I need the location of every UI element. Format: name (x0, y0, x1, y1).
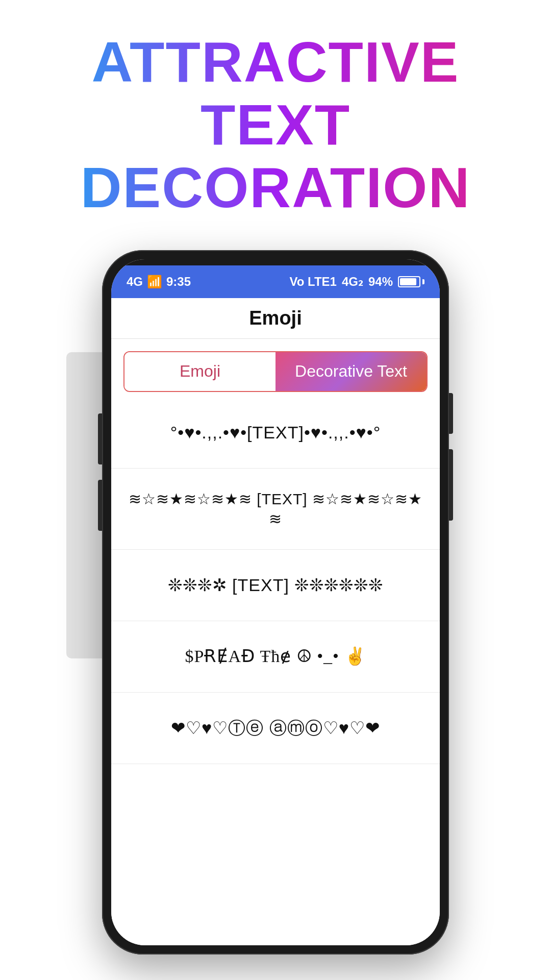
title-line2: DECORATION (81, 156, 471, 219)
title-line1: ATTRACTIVE TEXT (92, 30, 460, 157)
status-left: 4G 📶 9:35 (127, 275, 191, 289)
status-right: Vo LTE1 4G₂ 94% (289, 275, 424, 289)
list-item[interactable]: ≋☆≋★≋☆≋★≋ [TEXT] ≋☆≋★≋☆≋★≋ (111, 469, 440, 550)
battery-percentage: 94% (368, 275, 393, 289)
tab-emoji[interactable]: Emoji (124, 352, 276, 391)
decorative-text-5: ❤♡♥♡Ⓣⓔ ⓐⓜⓞ♡♥♡❤ (171, 717, 380, 739)
list-item[interactable]: ❤♡♥♡Ⓣⓔ ⓐⓜⓞ♡♥♡❤ (111, 693, 440, 764)
list-item[interactable]: ❊❊❊✲ [TEXT] ❊❊❊❊❊❊ (111, 550, 440, 621)
signal-bars-1: 📶 (147, 275, 162, 289)
power-button[interactable] (449, 393, 453, 434)
tab-decorative-text[interactable]: Decorative Text (276, 352, 427, 391)
phone-screen: 4G 📶 9:35 Vo LTE1 4G₂ 94% (111, 259, 440, 945)
app-content: Emoji Emoji Decorative Text °•♥•.,,.•♥ (111, 298, 440, 945)
phone-outer: 4G 📶 9:35 Vo LTE1 4G₂ 94% (102, 250, 449, 954)
tab-emoji-label: Emoji (180, 362, 220, 381)
status-bar: 4G 📶 9:35 Vo LTE1 4G₂ 94% (111, 265, 440, 298)
network-indicator: Vo LTE1 (289, 275, 336, 289)
signal-4g-2: 4G₂ (342, 275, 363, 289)
list-item[interactable]: $PɌɆAƉ Ŧħɇ ☮ •_• ✌ (111, 621, 440, 693)
main-title: ATTRACTIVE TEXT DECORATION (31, 31, 520, 219)
battery-tip (422, 279, 424, 284)
time-display: 9:35 (166, 275, 191, 289)
app-header: Emoji (111, 298, 440, 339)
volume-up-button[interactable] (98, 413, 102, 464)
decorative-text-2: ≋☆≋★≋☆≋★≋ [TEXT] ≋☆≋★≋☆≋★≋ (123, 489, 428, 529)
battery-fill (400, 278, 416, 285)
phone-mockup: 4G 📶 9:35 Vo LTE1 4G₂ 94% (102, 250, 449, 954)
list-item[interactable]: °•♥•.,,.•♥•[TEXT]•♥•.,,.•♥•° (111, 397, 440, 469)
decorative-text-4: $PɌɆAƉ Ŧħɇ ☮ •_• ✌ (185, 645, 366, 668)
app-title: Emoji (249, 307, 302, 329)
decorative-text-list: °•♥•.,,.•♥•[TEXT]•♥•.,,.•♥•° ≋☆≋★≋☆≋★≋ [… (111, 397, 440, 945)
decorative-text-1: °•♥•.,,.•♥•[TEXT]•♥•.,,.•♥•° (170, 421, 381, 444)
power-button2[interactable] (449, 449, 453, 521)
tab-decorative-label: Decorative Text (295, 362, 407, 381)
notch-bar (235, 260, 316, 264)
tab-switcher: Emoji Decorative Text (123, 351, 428, 392)
signal-4g-1: 4G (127, 275, 143, 289)
battery-icon (398, 276, 424, 287)
title-area: ATTRACTIVE TEXT DECORATION (0, 31, 551, 219)
volume-down-button[interactable] (98, 480, 102, 531)
decorative-text-3: ❊❊❊✲ [TEXT] ❊❊❊❊❊❊ (168, 574, 384, 596)
battery-body (398, 276, 420, 287)
phone-notch (111, 259, 440, 265)
